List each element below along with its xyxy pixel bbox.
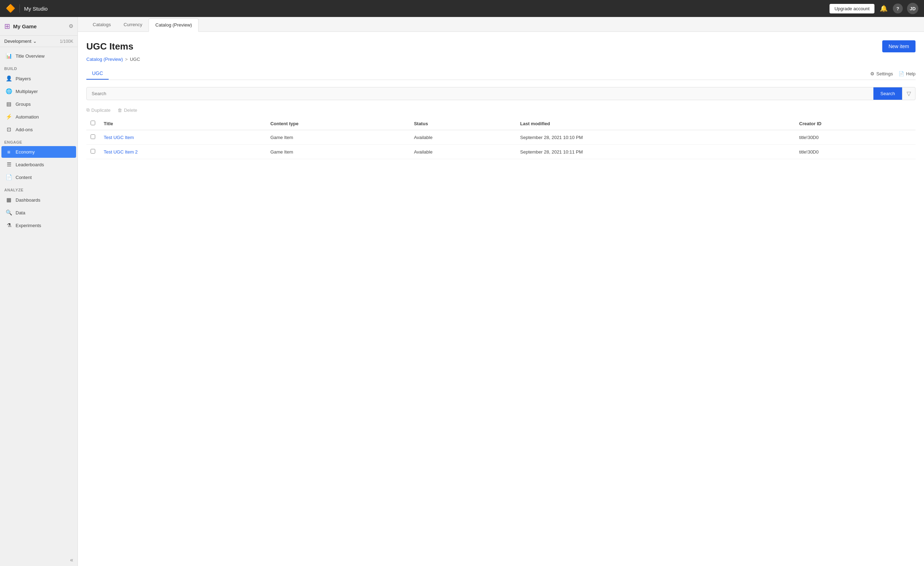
sidebar-item-label: Add-ons — [16, 127, 33, 132]
breadcrumb-separator: > — [125, 57, 128, 62]
game-name: My Game — [13, 23, 66, 29]
gear-icon[interactable]: ⚙ — [69, 23, 73, 29]
delete-button[interactable]: 🗑 Delete — [117, 107, 137, 113]
row-title-1: Test UGC Item 2 — [99, 145, 266, 159]
select-all-checkbox[interactable] — [91, 121, 95, 125]
col-header-title: Title — [99, 117, 266, 130]
table-header-checkbox — [86, 117, 99, 130]
sidebar-item-label: Automation — [16, 114, 39, 120]
row-title-link-0[interactable]: Test UGC Item — [104, 135, 134, 140]
help-doc-icon: 📄 — [898, 71, 904, 76]
sidebar-item-dashboards[interactable]: ▦ Dashboards — [2, 194, 76, 206]
sidebar-item-content[interactable]: 📄 Content — [2, 171, 76, 183]
sub-tabs-right: ⚙ Settings 📄 Help — [870, 71, 915, 76]
content-icon: 📄 — [6, 174, 12, 180]
sidebar-item-title-overview[interactable]: 📊 Title Overview — [2, 50, 76, 62]
tab-catalog-preview[interactable]: Catalog (Preview) — [148, 18, 198, 32]
upgrade-button[interactable]: Upgrade account — [830, 4, 874, 13]
row-last-modified-0: September 28, 2021 10:10 PM — [516, 130, 795, 145]
search-input[interactable] — [87, 87, 873, 100]
delete-label: Delete — [124, 108, 137, 113]
topbar-actions: Upgrade account 🔔 ? JD — [830, 3, 918, 14]
row-status-1: Available — [410, 145, 516, 159]
experiments-icon: ⚗ — [6, 222, 12, 229]
sidebar-item-multiplayer[interactable]: 🌐 Multiplayer — [2, 85, 76, 97]
row-select-checkbox-0[interactable] — [91, 135, 95, 139]
sidebar-item-label: Experiments — [16, 223, 41, 228]
tabs-bar: Catalogs Currency Catalog (Preview) — [78, 17, 924, 32]
row-title-link-1[interactable]: Test UGC Item 2 — [104, 149, 138, 154]
globe-icon: 🌐 — [6, 88, 12, 94]
search-bar: Search ▽ — [86, 87, 915, 100]
duplicate-icon: ⧉ — [86, 107, 90, 113]
col-header-status: Status — [410, 117, 516, 130]
topbar: 🔶 My Studio Upgrade account 🔔 ? JD — [0, 0, 924, 17]
logo-icon: 🔶 — [6, 4, 15, 13]
sidebar-item-players[interactable]: 👤 Players — [2, 72, 76, 85]
sidebar-item-economy[interactable]: ≡ Economy — [2, 146, 76, 158]
table-actions: ⧉ Duplicate 🗑 Delete — [86, 107, 915, 113]
env-name: Development — [4, 39, 32, 44]
sub-tabs: UGC ⚙ Settings 📄 Help — [86, 67, 915, 80]
analyze-section-label: ANALYZE — [0, 184, 78, 193]
content-header: UGC Items New item — [86, 40, 915, 52]
row-checkbox-0[interactable] — [86, 130, 99, 145]
players-icon: 👤 — [6, 75, 12, 82]
new-item-button[interactable]: New item — [882, 40, 915, 52]
help-button[interactable]: 📄 Help — [898, 71, 915, 76]
table-row: Test UGC Item 2 Game Item Available Sept… — [86, 145, 915, 159]
sidebar-item-leaderboards[interactable]: ☰ Leaderboards — [2, 159, 76, 171]
tab-catalogs[interactable]: Catalogs — [86, 18, 117, 32]
tab-currency[interactable]: Currency — [117, 18, 148, 32]
studio-name: My Studio — [24, 6, 830, 12]
collapse-icon: « — [70, 557, 73, 563]
sidebar-item-automation[interactable]: ⚡ Automation — [2, 111, 76, 123]
bell-icon[interactable]: 🔔 — [879, 4, 889, 12]
row-select-checkbox-1[interactable] — [91, 149, 95, 154]
sub-tab-ugc[interactable]: UGC — [86, 67, 109, 79]
sidebar-item-addons[interactable]: ⊡ Add-ons — [2, 123, 76, 135]
sidebar-item-experiments[interactable]: ⚗ Experiments — [2, 219, 76, 231]
automation-icon: ⚡ — [6, 114, 12, 120]
env-selector[interactable]: Development ⌄ — [4, 39, 37, 44]
sidebar-game-header: ⊞ My Game ⚙ — [0, 17, 78, 36]
col-header-creator-id: Creator ID — [795, 117, 915, 130]
sidebar-item-label: Economy — [16, 149, 34, 154]
row-last-modified-1: September 28, 2021 10:11 PM — [516, 145, 795, 159]
row-title-0: Test UGC Item — [99, 130, 266, 145]
main-panel: Catalogs Currency Catalog (Preview) UGC … — [78, 17, 924, 566]
dashboards-icon: ▦ — [6, 197, 12, 203]
sidebar-collapse-button[interactable]: « — [0, 554, 78, 566]
sub-tabs-left: UGC — [86, 67, 109, 79]
delete-icon: 🗑 — [117, 108, 122, 113]
sidebar-item-label: Dashboards — [16, 198, 40, 203]
sidebar-item-data[interactable]: 🔍 Data — [2, 207, 76, 219]
row-checkbox-1[interactable] — [86, 145, 99, 159]
avatar[interactable]: JD — [907, 3, 918, 14]
filter-icon[interactable]: ▽ — [902, 87, 915, 100]
settings-icon: ⚙ — [870, 71, 874, 76]
sidebar-item-label: Leaderboards — [16, 162, 44, 167]
duplicate-button[interactable]: ⧉ Duplicate — [86, 107, 110, 113]
env-count: 1/100K — [60, 39, 73, 44]
chart-bar-icon: 📊 — [6, 53, 12, 59]
settings-button[interactable]: ⚙ Settings — [870, 71, 893, 76]
sidebar-item-label: Players — [16, 76, 31, 81]
page-title: UGC Items — [86, 41, 134, 52]
breadcrumb-catalog-preview[interactable]: Catalog (Preview) — [86, 57, 123, 62]
sidebar-env: Development ⌄ 1/100K — [0, 36, 78, 47]
row-content-type-1: Game Item — [266, 145, 410, 159]
engage-section-label: ENGAGE — [0, 136, 78, 146]
game-icon: ⊞ — [4, 22, 10, 30]
sidebar-item-label: Content — [16, 175, 32, 180]
breadcrumb: Catalog (Preview) > UGC — [86, 57, 915, 62]
addons-icon: ⊡ — [6, 126, 12, 133]
chevron-down-icon: ⌄ — [33, 39, 37, 44]
groups-icon: ▤ — [6, 101, 12, 107]
col-header-last-modified: Last modified — [516, 117, 795, 130]
sidebar-item-groups[interactable]: ▤ Groups — [2, 98, 76, 110]
help-icon[interactable]: ? — [893, 3, 903, 13]
settings-label: Settings — [876, 71, 893, 76]
row-content-type-0: Game Item — [266, 130, 410, 145]
search-button[interactable]: Search — [873, 87, 902, 100]
